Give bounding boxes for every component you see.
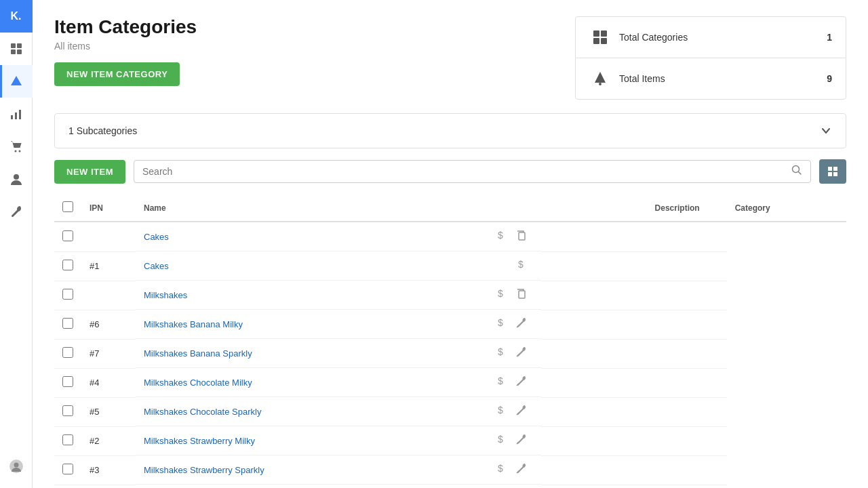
svg-text:$: $ [498,405,503,415]
row-ipn: #5 [81,397,136,426]
table-body: Cakes$ #1Cakes$Milkshakes$ #6Milkshakes … [54,222,846,485]
row-ipn [81,281,136,310]
row-checkbox-cell [54,222,81,251]
dollar-icon[interactable]: $ [495,229,507,244]
sidebar-item-analytics[interactable] [0,98,33,130]
brand-logo[interactable]: K. [0,0,33,33]
row-actions: $ [495,229,533,244]
items-icon [589,68,611,89]
row-name-link[interactable]: Milkshakes Banana Sparkly [144,348,252,359]
sidebar-item-dashboard[interactable] [0,33,33,65]
row-checkbox-cell [54,251,81,281]
row-checkbox[interactable] [62,230,73,241]
row-name-link[interactable]: Cakes [144,261,169,271]
svg-text:$: $ [498,346,503,357]
new-category-button[interactable]: NEW ITEM CATEGORY [54,62,180,86]
row-name-cell: Milkshakes Chocolate Sparkly$ [136,397,541,426]
dollar-icon[interactable]: $ [495,346,507,361]
copy-icon[interactable] [515,287,528,302]
row-name-cell: Milkshakes Banana Milky$ [136,310,541,339]
row-checkbox[interactable] [62,289,73,300]
row-name-link[interactable]: Milkshakes Banana Milky [144,319,243,329]
row-checkbox-cell [54,455,81,485]
table-row: #1Cakes$ [54,251,846,281]
settings-icon[interactable] [515,375,528,390]
subcategories-bar[interactable]: 1 Subcategories [54,113,846,148]
row-checkbox-cell [54,368,81,397]
new-item-button[interactable]: NEW ITEM [54,160,125,184]
dollar-icon[interactable]: $ [495,404,507,419]
row-checkbox[interactable] [62,405,73,416]
row-checkbox[interactable] [62,260,73,270]
row-checkbox[interactable] [62,434,73,445]
svg-line-20 [799,172,802,175]
svg-rect-26 [519,232,525,240]
row-name-link[interactable]: Milkshakes Strawberry Milky [144,436,255,446]
row-name-link[interactable]: Milkshakes Strawberry Sparkly [144,465,264,475]
row-category [541,426,727,455]
row-category [541,339,727,368]
svg-point-8 [14,150,16,152]
row-actions: $ [495,433,533,448]
row-name-link[interactable]: Milkshakes [144,290,187,300]
total-categories-value: 1 [827,32,832,43]
dollar-icon[interactable]: $ [495,462,507,477]
settings-icon[interactable] [515,462,528,477]
main-content: Item Categories All items NEW ITEM CATEG… [33,0,868,488]
table-toolbar: NEW ITEM [54,159,846,184]
sidebar-item-pos[interactable] [0,65,33,98]
dollar-icon[interactable]: $ [495,317,507,331]
sidebar-item-user[interactable] [0,450,33,483]
row-checkbox[interactable] [62,464,73,474]
settings-icon[interactable] [515,317,528,331]
svg-rect-3 [17,49,22,54]
page-title: Item Categories [54,16,197,38]
row-name-link[interactable]: Milkshakes Chocolate Milky [144,378,252,388]
dollar-icon[interactable]: $ [495,433,507,448]
wrench-icon [9,205,23,218]
svg-point-10 [14,174,19,180]
row-name-link[interactable]: Milkshakes Chocolate Sparkly [144,407,261,417]
table-row: #4Milkshakes Chocolate Milky$ [54,368,846,397]
sidebar-item-orders[interactable] [0,130,33,163]
row-checkbox-cell [54,397,81,426]
settings-icon[interactable] [515,346,528,361]
dollar-icon[interactable]: $ [515,258,528,273]
row-name-cell: Cakes$ [136,222,541,251]
chevron-down-icon [820,125,832,137]
row-actions: $ [495,404,533,419]
svg-text:$: $ [498,230,503,241]
dollar-icon[interactable]: $ [495,375,507,390]
row-category [541,455,727,485]
svg-rect-14 [601,30,607,37]
pos-icon [9,75,23,88]
search-icon [791,165,802,178]
svg-rect-1 [17,43,22,48]
view-toggle-button[interactable] [819,159,846,184]
row-checkbox[interactable] [62,318,73,329]
row-ipn: #4 [81,368,136,397]
dollar-icon[interactable]: $ [495,287,507,302]
svg-rect-24 [833,172,837,176]
svg-text:$: $ [518,259,524,270]
header-category: Category [727,195,846,222]
search-input[interactable] [142,166,791,177]
categories-icon [589,26,611,48]
header-left: Item Categories All items NEW ITEM CATEG… [54,16,197,86]
row-name-cell: Milkshakes Strawberry Milky$ [136,426,541,455]
chart-icon [9,107,23,121]
copy-icon[interactable] [515,229,528,244]
settings-icon[interactable] [515,433,528,448]
select-all-checkbox[interactable] [62,201,73,212]
svg-text:$: $ [498,288,503,299]
row-checkbox[interactable] [62,347,73,358]
sidebar-item-customers[interactable] [0,163,33,195]
row-name-link[interactable]: Cakes [144,232,169,242]
row-name-cell: Milkshakes$ [136,281,541,310]
row-checkbox[interactable] [62,376,73,387]
sidebar-item-settings[interactable] [0,195,33,228]
svg-text:$: $ [498,375,503,386]
settings-icon[interactable] [515,404,528,419]
svg-rect-15 [593,38,599,44]
svg-rect-22 [833,167,837,171]
